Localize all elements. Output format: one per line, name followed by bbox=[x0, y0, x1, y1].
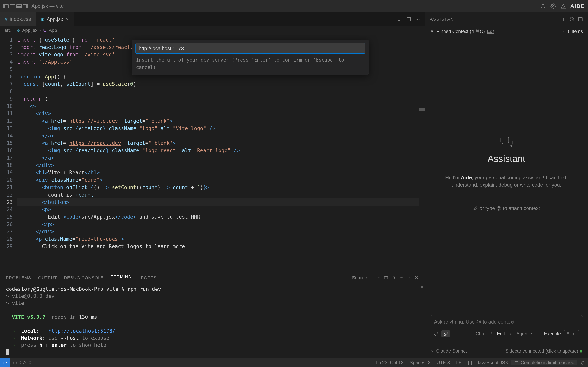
close-tab-icon[interactable]: ✕ bbox=[66, 17, 69, 22]
link-mode-icon[interactable] bbox=[441, 330, 450, 337]
assistant-input[interactable] bbox=[434, 318, 579, 326]
remote-indicator[interactable] bbox=[0, 358, 10, 367]
attach-icon[interactable] bbox=[434, 332, 438, 336]
panel-more-icon[interactable] bbox=[399, 276, 404, 280]
mode-agentic[interactable]: Agentic bbox=[515, 330, 534, 338]
code-line[interactable]: return ( bbox=[17, 95, 425, 102]
encoding-status[interactable]: UTF-8 bbox=[434, 360, 453, 365]
line-number: 29 bbox=[0, 243, 13, 250]
account-icon[interactable] bbox=[540, 3, 546, 9]
execute-label: Execute bbox=[544, 331, 561, 336]
status-dot-icon bbox=[580, 350, 582, 353]
chat-icon bbox=[500, 136, 513, 148]
notifications-icon[interactable] bbox=[578, 360, 588, 365]
code-line[interactable]: count is {count} bbox=[17, 191, 425, 199]
split-editor-icon[interactable] bbox=[406, 16, 412, 22]
dev-server-url-input[interactable] bbox=[135, 43, 365, 54]
code-line[interactable]: <div> bbox=[17, 110, 425, 117]
layout-sidebar-left-icon[interactable] bbox=[3, 4, 9, 8]
kill-terminal-icon[interactable] bbox=[392, 276, 396, 280]
close-panel-icon[interactable]: ✕ bbox=[415, 275, 419, 281]
indentation-status[interactable]: Spaces: 2 bbox=[406, 360, 434, 365]
editor-tab-app-jsx[interactable]: App.jsx✕ bbox=[36, 12, 74, 26]
panel-tab-problems[interactable]: PROBLEMS bbox=[6, 275, 31, 280]
sidecar-status[interactable]: Sidecar connected (click to update) bbox=[505, 348, 582, 354]
code-line[interactable]: <> bbox=[17, 102, 425, 110]
code-line[interactable] bbox=[17, 88, 425, 95]
pin-icon bbox=[430, 29, 434, 33]
code-line[interactable]: <p> bbox=[17, 206, 425, 213]
panel-tab-bar: PROBLEMSOUTPUTDEBUG CONSOLETERMINALPORTS… bbox=[0, 272, 425, 283]
completions-status[interactable]: Completions limit reached bbox=[511, 360, 578, 365]
crumb-symbol[interactable]: App bbox=[49, 28, 57, 33]
mode-edit[interactable]: Edit bbox=[495, 330, 507, 338]
language-mode[interactable]: { } JavaScript JSX bbox=[465, 360, 511, 365]
chevron-down-icon[interactable] bbox=[562, 30, 566, 33]
code-line[interactable]: <button onClick={() => setCount((count) … bbox=[17, 184, 425, 191]
code-line[interactable]: </a> bbox=[17, 154, 425, 162]
terminal-process-icon bbox=[352, 276, 356, 280]
css-file-icon: # bbox=[5, 16, 7, 22]
code-line[interactable]: <h1>Vite + React</h1> bbox=[17, 169, 425, 176]
problems-status[interactable]: 0 0 bbox=[10, 358, 35, 367]
code-editor[interactable]: 1234567891011121314151617181920212223242… bbox=[0, 34, 425, 272]
status-bar: 0 0 Ln 23, Col 18 Spaces: 2 UTF-8 LF { }… bbox=[0, 358, 588, 367]
panel-tab-debug-console[interactable]: DEBUG CONSOLE bbox=[64, 275, 104, 280]
new-thread-icon[interactable]: + bbox=[562, 16, 566, 23]
eol-status[interactable]: LF bbox=[453, 360, 465, 365]
minimap[interactable] bbox=[419, 34, 425, 272]
svg-point-1 bbox=[553, 5, 554, 7]
code-line[interactable]: <a href="https://vite.dev" target="_blan… bbox=[17, 117, 425, 125]
compare-changes-icon[interactable] bbox=[397, 16, 403, 22]
gear-icon[interactable] bbox=[550, 3, 556, 9]
mode-chat[interactable]: Chat bbox=[474, 330, 487, 338]
code-line[interactable]: </p> bbox=[17, 221, 425, 228]
new-terminal-icon[interactable]: + bbox=[371, 275, 374, 281]
panel-tab-terminal[interactable]: TERMINAL bbox=[111, 274, 134, 281]
more-actions-icon[interactable] bbox=[415, 16, 421, 22]
tab-label: index.css bbox=[10, 16, 31, 22]
line-number: 10 bbox=[0, 102, 13, 110]
layout-centered-icon[interactable] bbox=[10, 4, 15, 8]
svg-point-22 bbox=[401, 277, 402, 278]
history-icon[interactable] bbox=[569, 17, 574, 22]
minimap-thumb[interactable] bbox=[419, 108, 425, 111]
crumb-src[interactable]: src bbox=[5, 28, 11, 33]
crumb-file[interactable]: App.jsx bbox=[22, 28, 37, 33]
attach-hint: or type @ to attach context bbox=[473, 205, 540, 211]
line-number: 9 bbox=[0, 95, 13, 102]
code-line[interactable]: Edit <code>src/App.jsx</code> and save t… bbox=[17, 213, 425, 221]
terminal-line: VITE v6.0.7 ready in 130 ms bbox=[6, 314, 419, 321]
code-line[interactable]: </div> bbox=[17, 162, 425, 169]
model-selector[interactable]: Claude Sonnet bbox=[431, 348, 467, 354]
code-line[interactable]: </div> bbox=[17, 228, 425, 235]
breadcrumb[interactable]: src › App.jsx › App bbox=[0, 26, 425, 34]
line-number: 12 bbox=[0, 117, 13, 125]
maximize-panel-icon[interactable] bbox=[407, 276, 411, 280]
cursor-position[interactable]: Ln 23, Col 18 bbox=[372, 360, 406, 365]
code-line[interactable]: </button> bbox=[17, 199, 425, 206]
panel-tab-ports[interactable]: PORTS bbox=[141, 275, 156, 280]
collapse-panel-icon[interactable] bbox=[578, 17, 583, 22]
layout-sidebar-right-icon[interactable] bbox=[23, 4, 28, 8]
terminal-dropdown-icon[interactable] bbox=[377, 276, 380, 279]
assistant-panel: ASSISTANT + Pinned Context (⇧⌘C) bbox=[425, 12, 588, 358]
code-line[interactable]: </a> bbox=[17, 132, 425, 139]
code-line[interactable]: Click on the Vite and React logos to lea… bbox=[17, 243, 425, 250]
code-line[interactable]: <a href="https://react.dev" target="_bla… bbox=[17, 139, 425, 147]
terminal-scrollbar[interactable] bbox=[421, 286, 423, 288]
edit-context-link[interactable]: Edit bbox=[487, 29, 494, 34]
editor-tab-index-css[interactable]: #index.css bbox=[0, 12, 36, 26]
panel-tab-output[interactable]: OUTPUT bbox=[38, 275, 57, 280]
split-terminal-icon[interactable] bbox=[384, 276, 388, 280]
code-line[interactable]: <p className="read-the-docs"> bbox=[17, 235, 425, 243]
code-line[interactable]: const [count, setCount] = useState(0) bbox=[17, 80, 425, 88]
code-line[interactable]: <img src={reactLogo} className="logo rea… bbox=[17, 147, 425, 154]
terminal[interactable]: codestory@Guglielmos-MacBook-Pro vite % … bbox=[0, 283, 425, 358]
code-line[interactable]: <img src={viteLogo} className="logo" alt… bbox=[17, 125, 425, 132]
layout-panel-bottom-icon[interactable] bbox=[16, 4, 22, 8]
code-line[interactable]: <div className="card"> bbox=[17, 176, 425, 184]
terminal-process-name[interactable]: node bbox=[358, 275, 367, 280]
warning-icon[interactable] bbox=[560, 3, 566, 9]
terminal-line: codestory@Guglielmos-MacBook-Pro vite % … bbox=[6, 286, 419, 293]
